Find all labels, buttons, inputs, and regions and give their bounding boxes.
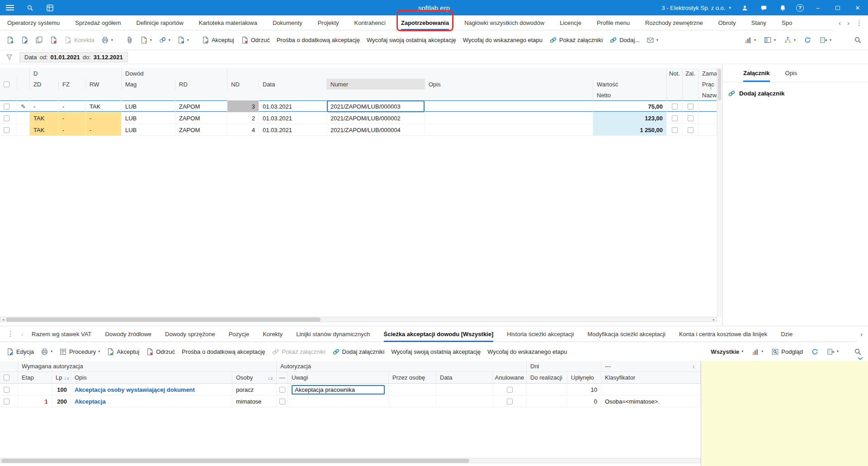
request-additional-acceptance-button[interactable]: Prośba o dodatkową akceptację (179, 347, 268, 357)
cell-do-realizacji[interactable] (527, 384, 567, 395)
cell-osoby[interactable]: mimatose (232, 395, 277, 407)
cell-zd[interactable]: - (30, 100, 59, 112)
edit-document-button[interactable] (18, 34, 31, 46)
attachments-clip-button[interactable] (123, 34, 136, 46)
tab-kontrahenci[interactable]: Kontrahenci (354, 15, 386, 30)
cell-nd[interactable]: 2 (227, 112, 259, 124)
preview-button[interactable]: Podgląd (769, 346, 806, 357)
cell-data[interactable] (436, 395, 493, 407)
checkbox[interactable] (672, 115, 678, 121)
copy-document-button[interactable] (33, 34, 46, 46)
cell-klasyfikator[interactable] (601, 384, 701, 395)
cell-przez-osobe[interactable] (389, 384, 436, 395)
table-row[interactable]: TAK--LUBZAPOM201.03.20212021/ZAPOM/LUB/0… (0, 112, 717, 124)
scrollbar-thumb[interactable] (6, 318, 321, 322)
tab-obroty[interactable]: Obroty (718, 15, 736, 30)
withdraw-to-stage-button[interactable]: Wycofaj do wskazanego etapu (485, 347, 570, 357)
col-header-przez-osobe[interactable]: Przez osobę (389, 372, 436, 383)
col-header-rw[interactable]: RW (86, 79, 122, 90)
withdraw-last-acceptance-button[interactable]: Wycofaj swoją ostatnią akceptację (388, 347, 483, 357)
tab-razem-wg-stawek-vat[interactable]: Razem wg stawek VAT (32, 326, 91, 342)
mail-button[interactable]: ▾ (644, 34, 661, 46)
col-header-uplynelo[interactable]: Upłynęło (567, 372, 601, 383)
chart-button[interactable]: ▾ (749, 346, 766, 357)
minimize-button[interactable]: – (812, 2, 824, 13)
tab-licencje[interactable]: Licencje (560, 15, 581, 30)
bottom-tabs-menu-icon[interactable]: ⋮ (7, 330, 14, 338)
procedures-button[interactable]: Procedury▾ (57, 346, 103, 357)
tab-dokumenty[interactable]: Dokumenty (273, 15, 302, 30)
columns-collapse-icon[interactable]: ‹ (710, 84, 712, 91)
checkbox[interactable] (4, 387, 9, 393)
tab-profile-menu[interactable]: Profile menu (597, 15, 630, 30)
checkbox[interactable] (672, 127, 678, 133)
tab-projekty[interactable]: Projekty (318, 15, 339, 30)
checkbox-cell[interactable] (277, 395, 288, 407)
print-button[interactable]: ▾ (99, 34, 116, 46)
col-header-prac[interactable]: Prac (698, 79, 717, 90)
forward-document-button[interactable]: ▾ (175, 34, 192, 46)
col-header-osoby[interactable]: Osoby↓2 (232, 372, 277, 383)
cell-data[interactable]: 01.03.2021 (259, 100, 327, 112)
main-vertical-scrollbar[interactable] (717, 68, 722, 317)
table-row[interactable]: 100Akceptacja osoby wystawiającej dokume… (0, 384, 701, 395)
app-grid-icon[interactable] (44, 2, 55, 13)
cell-fz[interactable]: - (59, 124, 86, 136)
tab-linijki-stanów-dynamicznych[interactable]: Linijki stanów dynamicznych (296, 326, 370, 342)
date-filter-chip[interactable]: Data od: 01.01.2021 do: 31.12.2021 (19, 52, 128, 62)
add-attachments-button[interactable]: Dodaj załączniki (330, 346, 387, 357)
checkbox-cell[interactable] (277, 384, 288, 395)
tab-rozchody-zewnętrzne[interactable]: Rozchody zewnętrzne (645, 15, 703, 30)
new-document-button[interactable] (4, 34, 17, 46)
cell-rd[interactable]: ZAPOM (175, 112, 227, 124)
col-header-data[interactable]: Data (259, 79, 327, 90)
workflow-button[interactable]: ▾ (781, 34, 798, 46)
col-header-mag[interactable]: Mag (122, 79, 175, 90)
cell-etap[interactable] (18, 384, 52, 395)
refresh-button[interactable] (801, 34, 814, 46)
select-all-checkbox[interactable] (4, 375, 9, 380)
tab-ścieżka-akceptacji-dowodu-wszystkie-[interactable]: Ścieżka akceptacji dowodu [Wszystkie] (384, 326, 494, 342)
cell-opis[interactable]: Akceptacja osoby wystawiającej dokument (71, 384, 232, 395)
panel-collapse-icon[interactable]: ‹ (693, 363, 695, 370)
close-button[interactable]: ✕ (852, 2, 863, 13)
cell-uplynelo[interactable]: 10 (567, 384, 601, 395)
maximize-button[interactable] (832, 2, 844, 13)
cell-mag[interactable]: LUB (122, 100, 175, 112)
checkbox-cell[interactable] (0, 384, 18, 395)
layout-button[interactable]: ▾ (761, 34, 778, 46)
tab-zapotrzebowania[interactable]: Zapotrzebowania (401, 15, 449, 30)
col-header-data[interactable]: Data (436, 372, 493, 383)
cell-netto[interactable]: 75,00 (593, 100, 667, 112)
col-header-anulowane[interactable]: Anulowane (493, 372, 527, 383)
checkbox-cell[interactable] (667, 100, 683, 112)
checkbox-cell[interactable] (0, 100, 17, 112)
show-attachments-button[interactable]: Pokaż załączniki (547, 34, 605, 46)
tab-dowody-sprzężone[interactable]: Dowody sprzężone (165, 326, 215, 342)
edit-button[interactable]: Edycja (4, 346, 37, 357)
checkbox[interactable] (688, 115, 693, 121)
cell-etap[interactable]: 1 (18, 395, 52, 407)
tab-dowody-źródłowe[interactable]: Dowody źródłowe (105, 326, 151, 342)
cell-rd[interactable]: ZAPOM (175, 100, 227, 112)
table-row[interactable]: TAK--LUBZAPOM401.03.20212021/ZAPOM/LUB/0… (0, 124, 717, 136)
checkbox-cell[interactable] (683, 112, 698, 124)
checkbox-cell[interactable] (493, 384, 527, 395)
search-button[interactable] (851, 346, 864, 357)
relations-button[interactable]: ▾ (156, 34, 173, 46)
cell-data[interactable]: 01.03.2021 (259, 124, 327, 136)
accept-button[interactable]: Akceptuj (104, 346, 142, 357)
checkbox[interactable] (507, 387, 513, 393)
chart-button[interactable]: ▾ (741, 34, 759, 46)
hamburger-menu-icon[interactable] (5, 2, 15, 13)
tab-dzie[interactable]: Dzie (781, 326, 793, 342)
col-header-etap[interactable]: Etap (18, 372, 52, 383)
uwagi-input[interactable] (292, 385, 385, 395)
cell-osoby[interactable]: poracz (232, 384, 277, 395)
tab-pozycje[interactable]: Pozycje (229, 326, 250, 342)
cell-opis[interactable] (425, 124, 593, 136)
checkbox[interactable] (279, 399, 285, 404)
cell-numer[interactable]: 2021/ZAPOM/LUB/000004 (327, 124, 425, 136)
select-all-checkbox[interactable] (4, 81, 9, 87)
checkbox-cell[interactable] (667, 112, 683, 124)
